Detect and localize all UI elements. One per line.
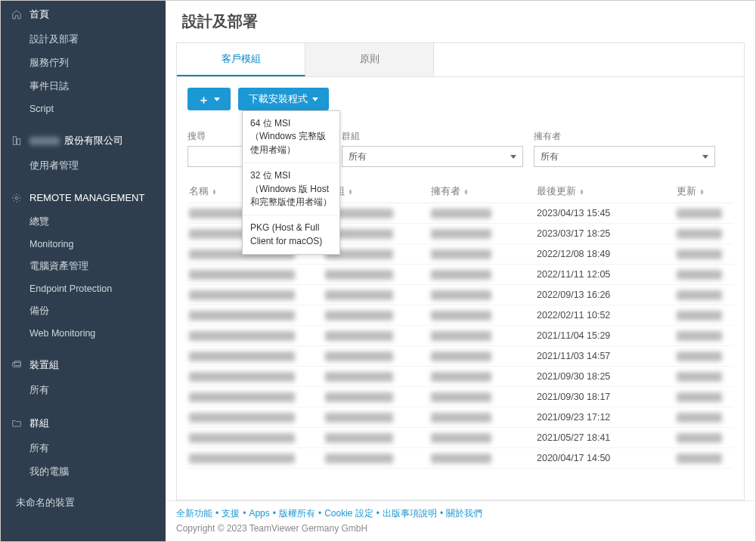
cell-update-redacted [677,392,722,402]
sidebar-item-asset-mgmt[interactable]: 電腦資產管理 [1,255,166,278]
cell-name-redacted [189,413,295,423]
cell-name-redacted [189,433,295,443]
caret-down-icon [702,155,708,159]
sidebar-item-groups-all[interactable]: 所有 [1,437,166,460]
table-row[interactable]: 2022/11/11 12:05 [187,265,733,285]
table-row[interactable]: 2021/11/04 15:29 [187,326,733,346]
cell-owner-redacted [431,352,491,361]
cell-group-redacted [325,331,393,341]
sidebar-item-unnamed-device[interactable]: 未命名的裝置 [1,491,166,515]
dropdown-item-msi32[interactable]: 32 位 MSI （Windows 版 Host 和完整版使用者端） [243,163,339,215]
footer-link[interactable]: Apps [249,508,269,519]
copyright: Copyright © 2023 TeamViewer Germany GmbH [176,523,745,534]
dropdown-item-pkg[interactable]: PKG (Host & Full Client for macOS) [243,215,339,254]
cell-updated: 2022/09/13 16:26 [537,290,669,300]
sort-icon: ▲▼ [463,189,469,195]
cell-name-redacted [189,352,295,361]
table-row[interactable]: 2021/09/30 18:25 [187,367,733,387]
cell-updated: 2023/04/13 15:45 [537,208,669,218]
cell-owner-redacted [431,249,491,259]
home-icon [10,9,23,20]
remote-icon [10,193,23,203]
cell-updated: 2021/11/04 15:29 [537,330,669,341]
cell-updated: 2021/09/30 18:25 [537,371,669,382]
owner-select[interactable]: 所有 [534,146,715,167]
filter-group-label: 群組 [342,130,523,143]
add-button[interactable]: ＋ [187,88,231,110]
table-row[interactable]: 2021/11/03 14:57 [187,346,733,367]
sidebar-item-event-log[interactable]: 事件日誌 [1,75,166,98]
cell-owner-redacted [431,372,491,382]
sidebar-remote-mgmt[interactable]: REMOTE MANAGEMENT [1,185,166,210]
cell-updated: 2022/12/08 18:49 [537,249,669,259]
cell-update-redacted [677,311,722,321]
tab-policy[interactable]: 原則 [305,43,434,76]
cell-updated: 2021/09/30 18:17 [537,392,669,402]
company-redacted [29,137,60,145]
cell-updated: 2023/03/17 18:25 [537,228,669,239]
cell-update-redacted [677,249,722,259]
svg-rect-1 [17,139,20,145]
cell-updated: 2020/04/17 14:50 [537,453,669,463]
cell-update-redacted [677,454,722,463]
table-row[interactable]: 2021/09/30 18:17 [187,387,733,407]
download-installer-button[interactable]: 下載安裝程式 [238,88,329,110]
sidebar-item-service-queue[interactable]: 服務佇列 [1,51,166,75]
cell-owner-redacted [431,290,491,300]
sidebar-item-devicegroup-all[interactable]: 所有 [1,379,166,402]
sidebar-company[interactable]: 股份有限公司 [1,127,166,154]
group-select[interactable]: 所有 [342,146,523,167]
tab-customer-module[interactable]: 客戶模組 [177,43,305,76]
table-row[interactable]: 2020/04/17 14:50 [187,448,733,469]
cell-owner-redacted [431,413,491,423]
sidebar-device-group[interactable]: 裝置組 [1,352,166,379]
sidebar-home-label: 首頁 [29,8,49,21]
sidebar-item-web-monitoring[interactable]: Web Monitoring [1,323,166,344]
cell-group-redacted [325,433,393,443]
cell-group-redacted [325,270,393,280]
sidebar-item-overview[interactable]: 總覽 [1,210,166,234]
cell-update-redacted [677,413,722,423]
cell-name-redacted [189,454,295,463]
svg-rect-3 [13,363,21,367]
footer-link[interactable]: 關於我們 [446,508,482,519]
cell-owner-redacted [431,270,491,280]
footer-link[interactable]: 支援 [222,508,240,519]
cell-group-redacted [325,290,393,300]
footer: 全新功能•支援•Apps•版權所有•Cookie 設定•出版事項說明•關於我們 … [166,500,755,541]
cell-update-redacted [677,290,722,300]
cell-owner-redacted [431,229,491,239]
footer-link[interactable]: 版權所有 [279,508,315,519]
col-updated[interactable]: 最後更新▲▼ [537,185,669,198]
sidebar-item-endpoint[interactable]: Endpoint Protection [1,278,166,299]
cell-update-redacted [677,229,722,239]
filter-owner-label: 擁有者 [534,130,715,143]
sidebar-groups[interactable]: 群組 [1,410,166,437]
sidebar-item-script[interactable]: Script [1,98,166,119]
sidebar-item-my-computer[interactable]: 我的電腦 [1,460,166,484]
footer-link[interactable]: Cookie 設定 [324,508,373,519]
sidebar-item-monitoring[interactable]: Monitoring [1,234,166,255]
page-title: 設計及部署 [166,1,755,42]
footer-link[interactable]: 出版事項說明 [383,508,437,519]
footer-link[interactable]: 全新功能 [176,508,212,519]
svg-rect-4 [14,361,20,366]
table-row[interactable]: 2021/05/27 18:41 [187,428,733,448]
sidebar-item-user-mgmt[interactable]: 使用者管理 [1,154,166,178]
cell-owner-redacted [431,454,491,463]
svg-point-2 [15,197,18,200]
sidebar-home[interactable]: 首頁 [1,1,166,28]
devicegroup-icon [10,360,23,370]
download-dropdown: 64 位 MSI （Windows 完整版使用者端） 32 位 MSI （Win… [242,110,340,255]
dropdown-item-msi64[interactable]: 64 位 MSI （Windows 完整版使用者端） [243,111,339,163]
col-owner[interactable]: 擁有者▲▼ [431,185,529,198]
table-row[interactable]: 2022/09/13 16:26 [187,285,733,305]
table-row[interactable]: 2022/02/11 10:52 [187,305,733,326]
sidebar-item-backup[interactable]: 備份 [1,299,166,323]
col-update[interactable]: 更新▲▼ [677,185,745,198]
sidebar-item-design-deploy[interactable]: 設計及部署 [1,28,166,51]
cell-owner-redacted [431,392,491,402]
table-row[interactable]: 2021/09/23 17:12 [187,407,733,428]
cell-updated: 2021/11/03 14:57 [537,351,669,361]
cell-updated: 2022/11/11 12:05 [537,269,669,280]
